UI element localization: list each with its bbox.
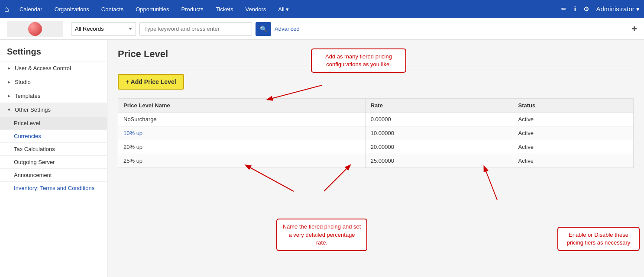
- cell-rate: 0.00000: [365, 113, 513, 126]
- svg-line-2: [324, 165, 350, 191]
- table-row: 25% up25.00000Active: [118, 154, 634, 168]
- search-icon: 🔍: [260, 26, 267, 32]
- cell-status: Active: [513, 154, 633, 168]
- add-price-level-button[interactable]: + Add Price Level: [118, 74, 184, 90]
- sidebar-title: Settings: [0, 40, 107, 61]
- cell-status: Active: [513, 126, 633, 140]
- add-plus-button[interactable]: +: [631, 23, 637, 35]
- sidebar-subitem-announcement[interactable]: Announcement: [0, 168, 107, 181]
- sidebar-item-user-access[interactable]: ► User & Access Control: [0, 61, 107, 75]
- search-input[interactable]: [139, 22, 252, 36]
- table-row: 20% up20.00000Active: [118, 140, 634, 154]
- price-table: Price Level Name Rate Status NoSurcharge…: [118, 98, 634, 168]
- cell-status: Active: [513, 113, 633, 126]
- cell-rate: 20.00000: [365, 140, 513, 154]
- col-status: Status: [513, 99, 633, 113]
- expand-arrow-icon: ►: [7, 93, 11, 98]
- sidebar-item-label: User & Access Control: [15, 65, 71, 71]
- nav-calendar[interactable]: Calendar: [13, 0, 49, 18]
- nav-opportunities[interactable]: Opportunities: [129, 0, 175, 18]
- cell-price-level-name[interactable]: 10% up: [118, 126, 366, 140]
- sidebar-item-studio[interactable]: ► Studio: [0, 75, 107, 89]
- sidebar-item-templates[interactable]: ► Templates: [0, 89, 107, 103]
- sidebar-item-label: Other Settings: [15, 106, 51, 113]
- logo: [7, 21, 63, 37]
- table-row: 10% up10.00000Active: [118, 126, 634, 140]
- top-callout: Add as many tiered pricing configuration…: [311, 48, 406, 73]
- search-bar: All Records 🔍 Advanced +: [0, 18, 644, 40]
- advanced-link[interactable]: Advanced: [275, 26, 300, 32]
- sidebar-item-label: Studio: [15, 79, 31, 85]
- home-icon[interactable]: ⌂: [4, 5, 9, 14]
- sidebar-subitem-inventory-terms[interactable]: Inventory: Terms and Conditions: [0, 181, 107, 194]
- top-nav: ⌂ Calendar Organizations Contacts Opport…: [0, 0, 644, 18]
- right-callout: Enable or Disable these pricing tiers as…: [557, 227, 640, 251]
- info-icon[interactable]: ℹ: [574, 5, 576, 13]
- col-rate: Rate: [365, 99, 513, 113]
- content-area: Price Level + Add Price Level Price Leve…: [107, 40, 644, 277]
- nav-contacts[interactable]: Contacts: [95, 0, 129, 18]
- cell-rate: 25.00000: [365, 154, 513, 168]
- svg-line-1: [246, 165, 294, 191]
- expand-arrow-icon: ▼: [7, 107, 11, 112]
- bottom-callout: Name the tiered pricing and set a very d…: [276, 219, 367, 251]
- edit-icon[interactable]: ✏: [561, 5, 567, 13]
- nav-vendors[interactable]: Vendors: [239, 0, 272, 18]
- sidebar-subitem-outgoing-server[interactable]: Outgoing Server: [0, 155, 107, 168]
- nav-items: Calendar Organizations Contacts Opportun…: [13, 0, 295, 18]
- cell-status: Active: [513, 140, 633, 154]
- sidebar-subitem-pricelevel[interactable]: PriceLevel: [0, 116, 107, 129]
- nav-all[interactable]: All ▾: [272, 0, 295, 18]
- svg-line-0: [268, 85, 322, 100]
- sidebar: Settings ► User & Access Control ► Studi…: [0, 40, 107, 277]
- record-type-select[interactable]: All Records: [71, 22, 136, 36]
- nav-tickets[interactable]: Tickets: [210, 0, 239, 18]
- sidebar-subitem-currencies[interactable]: Currencies: [0, 129, 107, 142]
- table-row: NoSurcharge0.00000Active: [118, 113, 634, 126]
- cell-rate: 10.00000: [365, 126, 513, 140]
- settings-icon[interactable]: ⚙: [583, 5, 589, 13]
- cell-price-level-name: 20% up: [118, 140, 366, 154]
- cell-price-level-name: 25% up: [118, 154, 366, 168]
- logo-image: [28, 22, 42, 36]
- expand-arrow-icon: ►: [7, 80, 11, 84]
- main-layout: Settings ► User & Access Control ► Studi…: [0, 40, 644, 277]
- cell-price-level-name: NoSurcharge: [118, 113, 366, 126]
- nav-organizations[interactable]: Organizations: [49, 0, 95, 18]
- sidebar-item-label: Templates: [15, 93, 40, 99]
- svg-line-3: [484, 167, 497, 200]
- expand-arrow-icon: ►: [7, 66, 11, 71]
- sidebar-item-other-settings[interactable]: ▼ Other Settings: [0, 103, 107, 116]
- search-button[interactable]: 🔍: [256, 22, 271, 36]
- admin-menu[interactable]: Administrator ▾: [596, 5, 640, 13]
- col-name: Price Level Name: [118, 99, 366, 113]
- sidebar-subitem-tax-calculations[interactable]: Tax Calculations: [0, 142, 107, 155]
- nav-right: ✏ ℹ ⚙ Administrator ▾: [561, 5, 640, 13]
- nav-products[interactable]: Products: [175, 0, 210, 18]
